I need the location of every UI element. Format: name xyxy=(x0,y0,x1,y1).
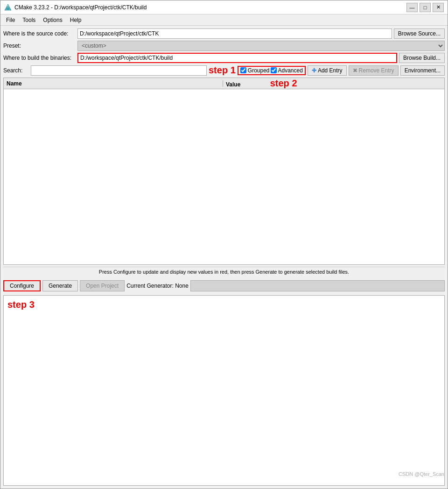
search-input[interactable] xyxy=(31,65,207,76)
menu-options[interactable]: Options xyxy=(39,16,66,24)
build-row: Where to build the binaries: Browse Buil… xyxy=(3,53,445,63)
build-label: Where to build the binaries: xyxy=(3,55,76,61)
menu-help[interactable]: Help xyxy=(66,16,85,24)
window-title: CMake 3.23.2 - D:/workspace/qtProject/ct… xyxy=(14,4,147,11)
menu-tools[interactable]: Tools xyxy=(19,16,39,24)
col-name-header: Name xyxy=(4,80,223,87)
add-entry-label: Add Entry xyxy=(318,67,343,74)
menu-bar: File Tools Options Help xyxy=(0,14,448,26)
search-row: Search: step 1 Grouped Advanced ✚ Add En… xyxy=(3,65,445,76)
generate-button[interactable]: Generate xyxy=(42,280,78,291)
source-label: Where is the source code: xyxy=(3,30,76,37)
source-input[interactable] xyxy=(77,28,392,39)
browse-source-button[interactable]: Browse Source... xyxy=(394,28,445,39)
main-window: CMake 3.23.2 - D:/workspace/qtProject/ct… xyxy=(0,0,448,489)
search-label: Search: xyxy=(3,67,29,74)
preset-label: Preset: xyxy=(3,43,76,49)
grouped-checkbox[interactable] xyxy=(240,67,246,73)
watermark: CSDN @Qter_Scan xyxy=(399,471,444,477)
menu-file[interactable]: File xyxy=(2,16,19,24)
remove-entry-button[interactable]: ✖ Remove Entry xyxy=(349,65,399,76)
col-name-label: Name xyxy=(7,80,22,87)
cache-table-container: Name Value step 2 xyxy=(3,78,445,265)
advanced-checkbox[interactable] xyxy=(271,67,277,73)
status-bar: Press Configure to update and display ne… xyxy=(3,267,445,276)
grouped-checkbox-label[interactable]: Grouped xyxy=(240,67,270,74)
build-input[interactable] xyxy=(77,53,397,63)
cache-table-body xyxy=(4,89,444,264)
step1-annotation: step 1 xyxy=(209,65,236,76)
grouped-label: Grouped xyxy=(248,67,270,74)
title-bar: CMake 3.23.2 - D:/workspace/qtProject/ct… xyxy=(0,0,448,14)
preset-row: Preset: <custom> xyxy=(3,41,445,51)
x-icon: ✖ xyxy=(353,67,357,74)
advanced-label: Advanced xyxy=(278,67,303,74)
current-generator: Current Generator: None xyxy=(126,283,189,289)
window-controls: — □ ✕ xyxy=(406,3,444,12)
browse-build-button[interactable]: Browse Build... xyxy=(399,53,445,63)
cmake-icon xyxy=(4,4,12,11)
step3-annotation: step 3 xyxy=(7,299,35,310)
cache-table-header: Name Value step 2 xyxy=(4,78,444,89)
button-row: Configure Generate Open Project Current … xyxy=(3,278,445,293)
preset-select[interactable]: <custom> xyxy=(77,41,445,51)
add-entry-button[interactable]: ✚ Add Entry xyxy=(308,65,347,76)
checkbox-group: Grouped Advanced xyxy=(238,66,306,75)
title-bar-left: CMake 3.23.2 - D:/workspace/qtProject/ct… xyxy=(4,4,147,11)
maximize-button[interactable]: □ xyxy=(420,3,431,12)
col-value-header: Value step 2 xyxy=(223,78,444,89)
configure-button[interactable]: Configure xyxy=(3,280,41,291)
progress-area xyxy=(190,280,445,291)
remove-entry-label: Remove Entry xyxy=(359,67,394,74)
main-content: Where is the source code: Browse Source.… xyxy=(0,26,448,489)
environment-button[interactable]: Environment... xyxy=(400,65,445,76)
step2-annotation: step 2 xyxy=(270,78,297,88)
col-value-label: Value xyxy=(226,81,240,88)
advanced-checkbox-label[interactable]: Advanced xyxy=(271,67,303,74)
source-row: Where is the source code: Browse Source.… xyxy=(3,28,445,39)
open-project-button: Open Project xyxy=(80,280,125,291)
minimize-button[interactable]: — xyxy=(406,3,418,12)
output-log: step 3 xyxy=(3,295,445,486)
status-message: Press Configure to update and display ne… xyxy=(99,269,349,275)
close-button[interactable]: ✕ xyxy=(433,3,444,12)
plus-icon: ✚ xyxy=(312,67,316,74)
